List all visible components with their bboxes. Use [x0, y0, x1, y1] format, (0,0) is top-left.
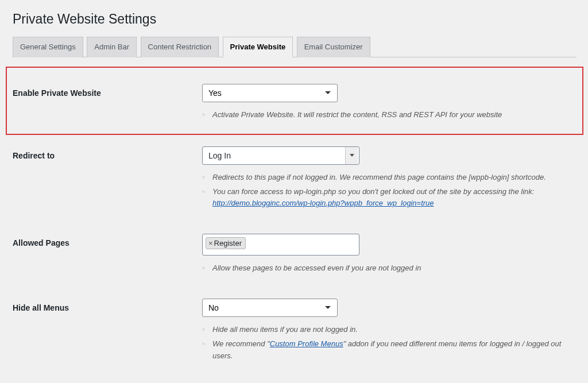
row-redirect-to: Redirect to Log In Redirects to this pag… — [13, 138, 577, 226]
select-hide-all-menus[interactable]: No — [202, 299, 338, 317]
desc-redirect-2: You can force access to wp-login.php so … — [202, 186, 577, 210]
link-custom-profile-menus[interactable]: Custom Profile Menus — [270, 339, 343, 348]
select-redirect-to-value: Log In — [208, 151, 231, 160]
select-enable-private-website[interactable]: Yes — [202, 84, 338, 102]
label-allowed-pages: Allowed Pages — [13, 234, 202, 247]
tabs: General Settings Admin Bar Content Restr… — [13, 36, 577, 57]
settings-form: Enable Private Website Yes Activate Priv… — [13, 67, 577, 378]
row-allowed-pages: Allowed Pages ×Register Allow these page… — [13, 226, 577, 291]
tab-general-settings[interactable]: General Settings — [13, 37, 83, 57]
input-allowed-pages[interactable]: ×Register — [202, 234, 359, 256]
row-enable-private-website: Enable Private Website Yes Activate Priv… — [6, 67, 583, 135]
chevron-down-icon — [345, 147, 358, 164]
desc-enable-private-website: Activate Private Website. It will restri… — [202, 109, 577, 121]
remove-tag-icon[interactable]: × — [208, 239, 213, 247]
tab-private-website[interactable]: Private Website — [223, 37, 293, 57]
desc-hide-menus-2: We recommend "Custom Profile Menus" addo… — [202, 338, 577, 362]
label-hide-all-menus: Hide all Menus — [13, 299, 202, 312]
page-title: Private Website Settings — [13, 11, 577, 27]
label-enable-private-website: Enable Private Website — [13, 84, 202, 98]
tab-content-restriction[interactable]: Content Restriction — [141, 37, 219, 57]
desc-hide-menus-1: Hide all menu items if you are not logge… — [202, 324, 577, 336]
tab-email-customizer[interactable]: Email Customizer — [297, 37, 370, 57]
tab-admin-bar[interactable]: Admin Bar — [87, 37, 137, 57]
desc-redirect-1: Redirects to this page if not logged in.… — [202, 172, 577, 184]
row-hide-all-menus: Hide all Menus No Hide all menu items if… — [13, 291, 577, 378]
desc-allowed-pages: Allow these pages to be accessed even if… — [202, 262, 577, 274]
tag-register: ×Register — [206, 237, 246, 249]
link-force-login[interactable]: http://demo.blogginc.com/wp-login.php?wp… — [212, 199, 434, 207]
select-redirect-to[interactable]: Log In — [202, 146, 359, 165]
label-redirect-to: Redirect to — [13, 146, 202, 160]
